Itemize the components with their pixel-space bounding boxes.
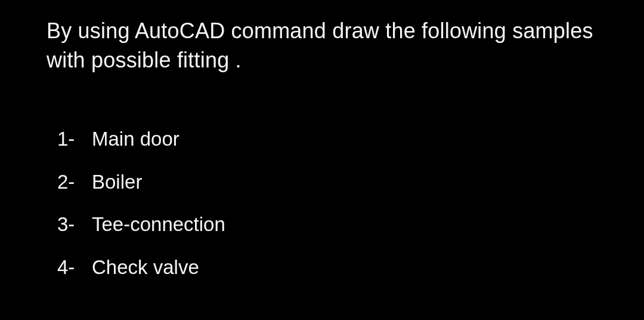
list-label: Tee-connection [92, 213, 225, 236]
list-label: Check valve [92, 256, 199, 279]
prompt-text: By using AutoCAD command draw the follow… [47, 17, 597, 75]
list-marker: 4- [57, 256, 92, 279]
list-item: 2- Boiler [57, 170, 597, 194]
list-marker: 3- [57, 213, 92, 236]
list-label: Main door [92, 127, 179, 151]
list-marker: 1- [57, 127, 92, 151]
list-item: 3- Tee-connection [57, 213, 597, 236]
list-label: Boiler [92, 170, 142, 194]
list-marker: 2- [57, 170, 92, 194]
list-item: 4- Check valve [57, 256, 597, 279]
item-list: 1- Main door 2- Boiler 3- Tee-connection… [47, 127, 597, 279]
list-item: 1- Main door [57, 127, 597, 151]
document-body: By using AutoCAD command draw the follow… [0, 0, 644, 315]
